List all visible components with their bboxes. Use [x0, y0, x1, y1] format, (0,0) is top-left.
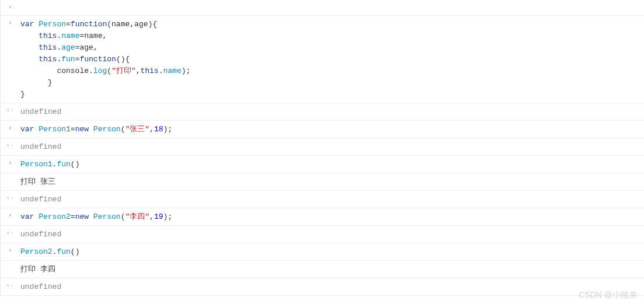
code-token: 19: [154, 212, 163, 221]
code-token: Person: [39, 20, 66, 29]
output-return-icon: ‹·: [4, 228, 16, 236]
log-text: 打印 张三: [20, 177, 55, 186]
input-prompt-icon: ›: [4, 211, 16, 219]
code-token: "打印": [112, 67, 136, 75]
output-return-icon: ‹·: [4, 141, 16, 149]
console-code-input: var Person1=new Person("张三",18);: [16, 123, 644, 135]
code-token: var: [20, 125, 34, 134]
code-token: [20, 55, 39, 64]
code-token: }: [20, 90, 25, 99]
code-token: =name,: [79, 32, 107, 40]
console-row[interactable]: ›: [1, 0, 644, 16]
code-token: this: [39, 43, 57, 52]
console-return-value: undefined: [16, 193, 644, 205]
console-code-input: var Person2=new Person("李四",19);: [16, 211, 644, 223]
code-token: var: [20, 212, 34, 221]
code-token: "张三": [125, 125, 149, 134]
console-return-value: undefined: [16, 106, 644, 118]
undefined-value: undefined: [20, 230, 61, 239]
input-prompt-icon: ›: [4, 158, 16, 166]
code-token: }: [20, 78, 53, 87]
code-token: .: [159, 67, 163, 75]
code-token: name: [163, 67, 182, 75]
console-row[interactable]: ›var Person1=new Person("张三",18);: [1, 121, 644, 138]
console-row[interactable]: ‹·undefined: [1, 278, 644, 296]
code-token: (): [71, 247, 80, 256]
console-row[interactable]: ‹·undefined: [1, 226, 644, 243]
code-token: =: [71, 212, 75, 221]
code-token: [20, 32, 39, 40]
console-code-input: Person2.fun(): [16, 246, 644, 258]
console-row[interactable]: ‹·undefined: [1, 103, 644, 121]
console-return-value: undefined: [16, 228, 644, 240]
log-marker: [4, 263, 16, 264]
code-token: 18: [154, 125, 163, 134]
code-token: this: [140, 67, 158, 75]
code-token: var: [20, 20, 34, 29]
code-token: [20, 43, 39, 52]
console-row[interactable]: ›Person2.fun(): [1, 243, 644, 261]
code-token: ,: [149, 125, 154, 134]
console-return-value: undefined: [16, 141, 644, 153]
undefined-value: undefined: [20, 195, 61, 204]
code-token: (name,age){: [107, 20, 157, 29]
console-code-input: Person1.fun(): [16, 158, 644, 170]
output-return-icon: ‹·: [4, 281, 16, 289]
code-token: (: [107, 67, 112, 75]
log-marker: [4, 176, 16, 177]
console-log-output: 打印 张三: [16, 176, 644, 188]
console-row[interactable]: ‹·undefined: [1, 191, 644, 208]
code-token: );: [163, 125, 173, 134]
code-token: this: [39, 32, 57, 40]
code-token: =: [71, 125, 75, 134]
code-token: Person: [93, 125, 121, 134]
input-prompt-icon: ›: [4, 246, 16, 254]
console-panel[interactable]: ››var Person=function(name,age){ this.na…: [0, 0, 644, 296]
input-prompt-icon: ›: [4, 18, 16, 26]
code-token: Person1: [39, 125, 71, 134]
code-token: );: [163, 212, 173, 221]
console-row[interactable]: 打印 张三: [1, 173, 644, 191]
code-token: function: [71, 20, 107, 29]
console-row[interactable]: ‹·undefined: [1, 138, 644, 156]
console-row[interactable]: ›Person1.fun(): [1, 156, 644, 173]
undefined-value: undefined: [20, 282, 61, 291]
code-token: =age,: [75, 43, 98, 52]
code-token: Person2: [20, 247, 53, 256]
code-token: =: [66, 20, 71, 29]
console-row[interactable]: ›var Person=function(name,age){ this.nam…: [1, 16, 644, 103]
code-token: Person: [93, 212, 121, 221]
code-token: new: [75, 125, 89, 134]
code-token: this: [39, 55, 57, 64]
code-token: "李四": [125, 212, 149, 221]
output-return-icon: ‹·: [4, 193, 16, 201]
code-token: fun: [61, 55, 75, 64]
code-token: name: [61, 32, 79, 40]
code-token: fun: [57, 247, 70, 256]
code-token: log: [93, 67, 107, 75]
console-code-input: var Person=function(name,age){ this.name…: [16, 18, 644, 100]
code-token: ,: [149, 212, 154, 221]
code-token: fun: [57, 160, 70, 169]
console-return-value: undefined: [16, 281, 644, 293]
code-token: (): [71, 160, 80, 169]
code-token: console.: [20, 67, 93, 75]
console-input-empty: [16, 2, 644, 6]
console-row[interactable]: ›var Person2=new Person("李四",19);: [1, 208, 644, 226]
log-text: 打印 李四: [20, 265, 55, 274]
input-prompt-icon: ›: [4, 123, 16, 131]
code-token: age: [61, 43, 75, 52]
code-token: [89, 212, 93, 221]
console-log-output: 打印 李四: [16, 263, 644, 275]
code-token: new: [75, 212, 89, 221]
code-token: Person1: [20, 160, 53, 169]
console-row[interactable]: 打印 李四: [1, 261, 644, 278]
undefined-value: undefined: [20, 107, 61, 116]
undefined-value: undefined: [20, 142, 61, 151]
code-token: Person2: [39, 212, 71, 221]
code-token: );: [182, 67, 191, 75]
code-token: function: [79, 55, 116, 64]
output-return-icon: ‹·: [4, 106, 16, 114]
code-token: (){: [116, 55, 130, 64]
code-token: [89, 125, 93, 134]
